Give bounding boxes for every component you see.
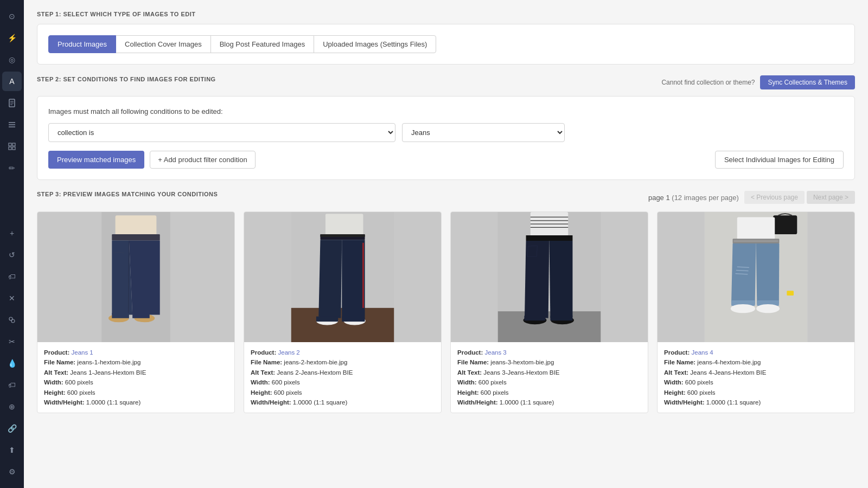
add-filter-condition-button[interactable]: + Add product filter condition	[150, 151, 255, 169]
tag-bottom-icon[interactable]: 🏷	[2, 267, 22, 286]
svg-point-59	[756, 304, 780, 313]
product-link-2[interactable]: Jeans 2	[278, 349, 299, 356]
product-link-1[interactable]: Jeans 1	[71, 349, 93, 356]
svg-rect-51	[733, 240, 778, 242]
image-placeholder-3	[451, 212, 648, 342]
svg-rect-20	[112, 313, 129, 318]
step1-card: Product Images Collection Cover Images B…	[37, 24, 855, 65]
svg-rect-21	[132, 313, 150, 318]
image-grid: Product: Jeans 1 File Name: jeans-1-hext…	[37, 211, 855, 413]
svg-rect-41	[526, 235, 573, 241]
tab-product-images[interactable]: Product Images	[48, 35, 116, 53]
cannot-find-text: Cannot find collection or theme?	[661, 79, 755, 86]
svg-rect-16	[112, 234, 159, 240]
preview-matched-images-button[interactable]: Preview matched images	[48, 151, 144, 169]
svg-rect-7	[9, 143, 11, 146]
drop-bottom-icon[interactable]: 💧	[2, 354, 22, 373]
svg-rect-32	[342, 317, 365, 322]
flash-icon[interactable]: ⚡	[2, 28, 22, 48]
image-info-1: Product: Jeans 1 File Name: jeans-1-hext…	[37, 342, 234, 413]
svg-rect-31	[316, 317, 338, 322]
image-card: Product: Jeans 2 File Name: jeans-2-hext…	[244, 211, 442, 413]
page-info: page 1 (12 images per page)	[648, 194, 739, 202]
step3-header: STEP 3: PREVIEW IMAGES MATCHING YOUR CON…	[37, 191, 218, 197]
grid-icon[interactable]	[2, 137, 22, 156]
condition-left-buttons: Preview matched images + Add product fil…	[48, 151, 256, 169]
label-bottom-icon[interactable]: 🏷	[2, 375, 22, 395]
prev-page-button[interactable]: < Previous page	[744, 191, 805, 204]
image-card: Product: Jeans 3 File Name: jeans-3-hext…	[450, 211, 648, 413]
sync-collections-button[interactable]: Sync Collections & Themes	[760, 75, 855, 89]
group-bottom-icon[interactable]	[2, 310, 22, 330]
image-card: Product: Jeans 1 File Name: jeans-1-hext…	[37, 211, 235, 413]
svg-rect-45	[550, 316, 572, 320]
refresh-bottom-icon[interactable]: ↺	[2, 245, 22, 265]
edit-icon[interactable]: ✏	[2, 158, 22, 178]
upload-bottom-icon[interactable]: ⬆	[2, 440, 22, 460]
sidebar: ⊙ ⚡ ◎ A ✏ + ↺ 🏷 ✕ ✂ 💧 🏷 ⊕ 🔗 ⬆ ⚙	[0, 0, 24, 488]
select-individual-images-button[interactable]: Select Individual Images for Editing	[715, 151, 844, 169]
image-info-4: Product: Jeans 4 File Name: jeans-4-hext…	[658, 342, 854, 413]
add-bottom-icon[interactable]: +	[2, 223, 22, 243]
tab-collection-cover-images[interactable]: Collection Cover Images	[116, 35, 211, 53]
step2-card: Images must match all following conditio…	[37, 96, 855, 180]
svg-rect-27	[320, 234, 365, 237]
svg-rect-9	[9, 147, 11, 150]
image-type-tabs: Product Images Collection Cover Images B…	[48, 35, 844, 53]
text-icon[interactable]: A	[2, 72, 22, 91]
step3-header-row: STEP 3: PREVIEW IMAGES MATCHING YOUR CON…	[37, 191, 855, 204]
image-card: Product: Jeans 4 File Name: jeans-4-hext…	[657, 211, 855, 413]
condition-actions: Preview matched images + Add product fil…	[48, 151, 844, 169]
list-icon[interactable]	[2, 115, 22, 134]
filter-value-select[interactable]: Jeans	[402, 123, 565, 142]
step2-header-row: STEP 2: SET CONDITIONS TO FIND IMAGES FO…	[37, 75, 855, 89]
settings-bottom-icon[interactable]: ⚙	[2, 462, 22, 481]
conditions-label: Images must match all following conditio…	[48, 107, 844, 115]
svg-rect-10	[12, 147, 15, 150]
link-bottom-icon[interactable]: 🔗	[2, 419, 22, 438]
svg-rect-48	[773, 215, 797, 234]
tab-uploaded-images[interactable]: Uploaded Images (Settings Files)	[314, 35, 436, 53]
pagination-buttons: < Previous page Next page >	[744, 191, 855, 204]
circle-icon[interactable]: ◎	[2, 50, 22, 69]
condition-row: collection is Jeans	[48, 123, 844, 142]
step1-header: STEP 1: SELECT WHICH TYPE OF IMAGES TO E…	[37, 11, 855, 17]
product-link-4[interactable]: Jeans 4	[691, 349, 713, 356]
svg-point-58	[731, 304, 755, 313]
image-info-2: Product: Jeans 2 File Name: jeans-2-hext…	[244, 342, 441, 413]
svg-rect-35	[498, 311, 601, 342]
home-icon[interactable]: ⊙	[2, 7, 22, 26]
image-info-3: Product: Jeans 3 File Name: jeans-3-hext…	[451, 342, 648, 413]
svg-rect-49	[737, 217, 775, 239]
scissors-bottom-icon[interactable]: ✂	[2, 332, 22, 351]
next-page-button[interactable]: Next page >	[807, 191, 855, 204]
step2-header: STEP 2: SET CONDITIONS TO FIND IMAGES FO…	[37, 76, 216, 82]
svg-rect-44	[524, 316, 545, 320]
plus-circle-bottom-icon[interactable]: ⊕	[2, 397, 22, 416]
svg-rect-8	[12, 143, 15, 146]
product-link-3[interactable]: Jeans 3	[484, 349, 506, 356]
svg-rect-15	[116, 215, 157, 236]
filter-field-select[interactable]: collection is	[48, 123, 395, 142]
svg-rect-25	[326, 214, 363, 236]
image-placeholder-4	[658, 212, 854, 342]
main-content: STEP 1: SELECT WHICH TYPE OF IMAGES TO E…	[24, 0, 868, 488]
tab-blog-post-images[interactable]: Blog Post Featured Images	[210, 35, 315, 53]
x-bottom-icon[interactable]: ✕	[2, 288, 22, 308]
svg-rect-55	[787, 291, 794, 296]
image-placeholder-2	[244, 212, 441, 342]
image-placeholder-1	[37, 212, 234, 342]
document-icon[interactable]	[2, 93, 22, 113]
svg-point-12	[11, 319, 15, 323]
